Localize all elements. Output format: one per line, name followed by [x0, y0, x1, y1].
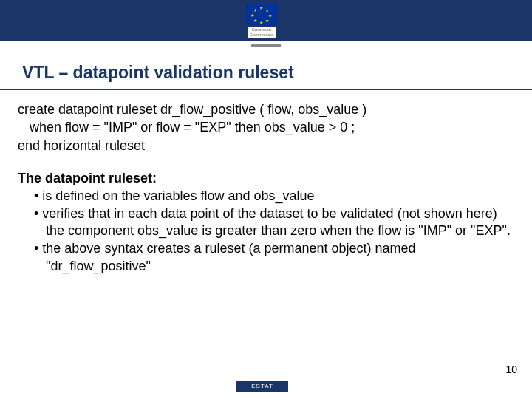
- eu-flag-icon: ★ ★ ★ ★ ★ ★ ★ ★: [246, 4, 277, 25]
- page-number: 10: [505, 364, 517, 375]
- slide-content: create datapoint ruleset dr_flow_positiv…: [0, 90, 532, 276]
- code-line: end horizontal ruleset: [18, 137, 514, 154]
- list-item: the above syntax creates a ruleset (a pe…: [24, 240, 514, 276]
- bullet-list: is defined on the variables flow and obs…: [18, 188, 514, 276]
- description-heading: The datapoint ruleset:: [18, 171, 514, 186]
- logo-caption: EuropeanCommission: [248, 27, 275, 38]
- header-bar: ★ ★ ★ ★ ★ ★ ★ ★ EuropeanCommission: [0, 0, 532, 41]
- logo-underline: [251, 44, 281, 47]
- code-line: create datapoint ruleset dr_flow_positiv…: [18, 100, 514, 118]
- code-line: when flow = "IMP" or flow = "EXP" then o…: [18, 118, 514, 136]
- list-item: verifies that in each data point of the …: [24, 205, 514, 241]
- list-item: is defined on the variables flow and obs…: [24, 188, 514, 205]
- ec-logo: ★ ★ ★ ★ ★ ★ ★ ★ EuropeanCommission: [239, 4, 284, 38]
- code-block: create datapoint ruleset dr_flow_positiv…: [18, 100, 514, 154]
- footer-label: ESTAT: [236, 381, 288, 392]
- slide-title: VTL – datapoint validation ruleset: [0, 55, 532, 90]
